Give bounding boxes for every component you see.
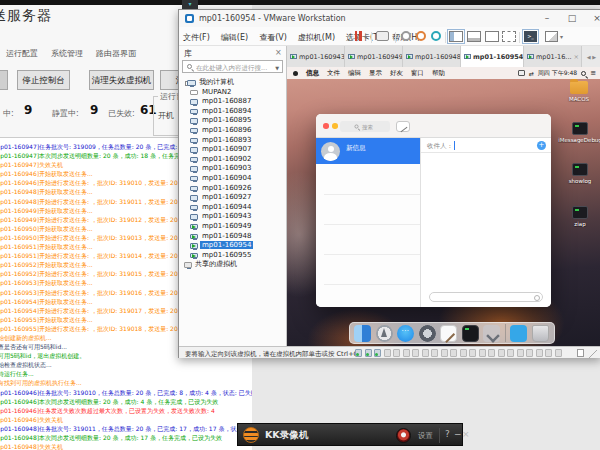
desktop-icon[interactable]: iMessageDebug	[558, 122, 600, 143]
close-button[interactable]: ×	[585, 11, 600, 26]
device-status-icon[interactable]	[393, 349, 400, 357]
messages-toolbar[interactable]: 搜索	[316, 114, 551, 138]
device-status-icon[interactable]	[431, 349, 438, 357]
dock-icon[interactable]	[505, 324, 506, 342]
vm-tree-row[interactable]: mp01-160926	[179, 184, 287, 194]
dock-icon[interactable]	[354, 325, 371, 342]
chevron-tab[interactable]: ▾	[182, 0, 198, 9]
library-close-icon[interactable]: ×	[275, 48, 282, 57]
kk-close-button[interactable]: ×	[462, 429, 470, 439]
menubar-clock[interactable]: 周四 下午9:48	[538, 69, 577, 78]
notification-center-icon[interactable]: ≡	[590, 69, 596, 77]
capture-screen-icon[interactable]	[545, 31, 558, 42]
app-nav-tab[interactable]: 系统管理	[51, 48, 83, 59]
add-recipient-button[interactable]: +	[537, 141, 546, 150]
device-status-icon[interactable]	[403, 349, 410, 357]
swap-icon[interactable]: ⇄	[529, 70, 534, 77]
vm-tab[interactable]: mp01-160948 ×	[403, 46, 461, 67]
device-status-icon[interactable]	[422, 349, 429, 357]
unity-mode-icon[interactable]	[502, 31, 516, 42]
vm-tree-row[interactable]: mp01-160903	[179, 164, 287, 174]
vm-tree-row[interactable]: mp01-160954	[179, 241, 287, 251]
device-status-icon[interactable]	[355, 349, 362, 357]
dock-icon[interactable]	[440, 325, 457, 342]
traffic-light-close[interactable]	[323, 123, 329, 129]
device-status-icon[interactable]	[469, 349, 476, 357]
device-status-icon[interactable]	[441, 349, 448, 357]
macos-menu-item[interactable]: 好友	[390, 69, 403, 78]
device-status-icon[interactable]	[517, 349, 524, 357]
dock-icon[interactable]	[532, 325, 549, 342]
spotlight-icon[interactable]	[581, 71, 586, 76]
device-status-icon[interactable]	[412, 349, 419, 357]
minimize-button[interactable]: –	[535, 11, 559, 26]
vm-tree-row[interactable]: 共享的虚拟机	[179, 260, 287, 270]
vmware-titlebar[interactable]: mp01-160954 - VMware Workstation – □ ×	[179, 10, 600, 27]
device-status-icon[interactable]	[365, 349, 372, 357]
dock-icon[interactable]	[397, 325, 414, 342]
vm-tab[interactable]: mp01-16... ×	[524, 46, 582, 67]
device-status-icon[interactable]	[460, 349, 467, 357]
device-status-icon[interactable]	[384, 349, 391, 357]
pause-dropdown-icon[interactable]: ▾	[364, 33, 367, 40]
message-log-icon[interactable]	[577, 349, 584, 357]
device-status-icon[interactable]	[536, 349, 543, 357]
device-status-icon[interactable]	[507, 349, 514, 357]
desktop-icon[interactable]: showlog	[558, 163, 600, 184]
record-button[interactable]	[396, 428, 411, 443]
vm-tree-row[interactable]: mp01-160896	[179, 126, 287, 136]
desktop-icon[interactable]: MACOS	[557, 81, 600, 102]
device-status-icon[interactable]	[374, 349, 381, 357]
device-status-icon[interactable]	[526, 349, 533, 357]
vm-tree-row[interactable]: 我的计算机	[179, 78, 287, 88]
traffic-light-minimize[interactable]	[332, 123, 338, 129]
vm-tree-row[interactable]: mp01-160894	[179, 107, 287, 117]
revert-snapshot-icon[interactable]	[416, 31, 426, 41]
vm-tree-row[interactable]: mp01-160895	[179, 116, 287, 126]
menu-item[interactable]: 虚拟机(M)	[298, 32, 335, 43]
maximize-button[interactable]: □	[560, 11, 584, 26]
kk-minimize-button[interactable]: −	[454, 429, 462, 439]
app-nav-tab[interactable]: 运行配置	[6, 48, 38, 59]
vm-tree-row[interactable]: mp01-160904	[179, 174, 287, 184]
app-nav-tab[interactable]: 路由器界面	[96, 48, 136, 59]
partial-button[interactable]	[0, 70, 8, 90]
capture-dropdown-icon[interactable]: ▾	[560, 33, 563, 40]
stop-console-button[interactable]: 停止控制台	[17, 70, 70, 90]
library-search-input[interactable]: 在此处键入内容进行搜... ▼	[182, 60, 283, 73]
device-status-icon[interactable]	[555, 349, 562, 357]
macos-menu-item[interactable]: 信息	[306, 69, 319, 78]
device-status-icon[interactable]	[479, 349, 486, 357]
vm-tree-row[interactable]: mp01-160902	[179, 155, 287, 165]
kk-recorder-bar[interactable]: KK录像机 设置 ? − ×	[237, 423, 463, 446]
vm-tree-row[interactable]: mp01-160949	[179, 222, 287, 232]
kk-settings-button[interactable]: 设置	[418, 431, 433, 441]
desktop-icon[interactable]: ziap	[558, 206, 600, 227]
menu-item[interactable]: 编辑(E)	[221, 32, 248, 43]
snapshot-icon[interactable]	[401, 31, 411, 41]
fullscreen-icon[interactable]	[485, 31, 499, 42]
device-status-icon[interactable]	[498, 349, 505, 357]
device-status-icon[interactable]	[450, 349, 457, 357]
vm-screen[interactable]: 信息文件编辑显示好友窗口帮助 ⇄ 周四 下午9:48 ≡ MACOS i	[287, 67, 600, 346]
macos-menu-item[interactable]: 帮助	[432, 69, 445, 78]
device-status-icon[interactable]	[488, 349, 495, 357]
to-field[interactable]: 收件人： +	[421, 138, 551, 153]
macos-menu-item[interactable]: 文件	[327, 69, 340, 78]
console-view-icon[interactable]: >_	[524, 31, 537, 42]
ctrl-alt-del-icon[interactable]	[376, 31, 389, 41]
macos-menu-item[interactable]: 显示	[369, 69, 382, 78]
vm-tree-row[interactable]: mp01-160927	[179, 193, 287, 203]
clean-invalid-vm-button[interactable]: 清理失效虚拟机	[89, 70, 154, 90]
compose-message-button[interactable]	[396, 121, 410, 132]
input-source-icon[interactable]	[518, 70, 525, 76]
vm-tree-row[interactable]: mp01-160943	[179, 212, 287, 222]
vm-tree-row[interactable]: mp01-160955	[179, 251, 287, 261]
pause-vm-icon[interactable]	[355, 31, 362, 41]
dock-icon[interactable]	[483, 325, 500, 342]
vm-tab[interactable]: mp01-160949 ×	[345, 46, 403, 67]
imessage-input[interactable]	[429, 292, 543, 302]
vm-tree-row[interactable]: mp01-160893	[179, 136, 287, 146]
emoji-icon[interactable]	[534, 295, 540, 301]
menu-item[interactable]: 查看(V)	[259, 32, 287, 43]
